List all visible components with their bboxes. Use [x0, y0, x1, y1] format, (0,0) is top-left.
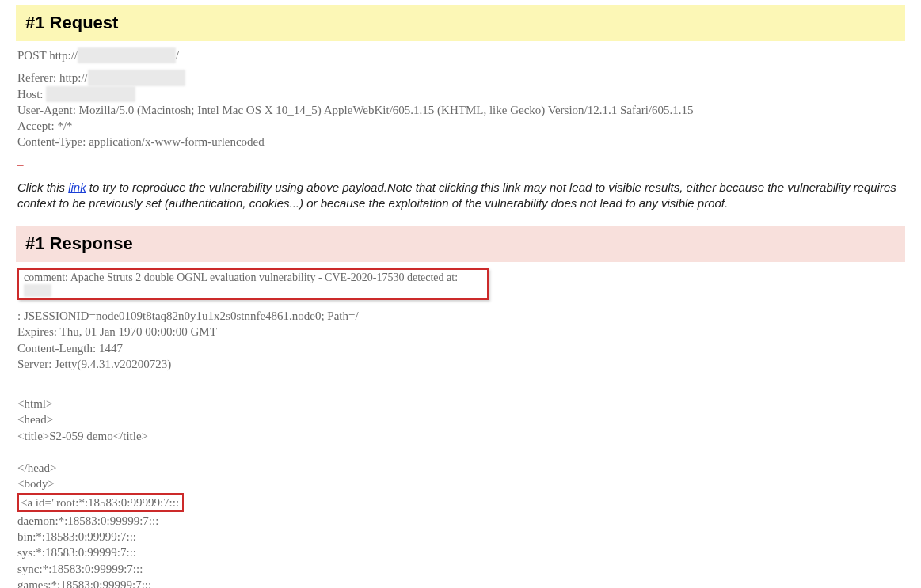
- redacted-detected-at: xxxxx: [24, 284, 51, 297]
- user-agent-line: User-Agent: Mozilla/5.0 (Macintosh; Inte…: [17, 102, 905, 118]
- host-prefix: Host:: [17, 88, 46, 101]
- body-line: sys:*:18583:0:99999:7:::: [17, 544, 905, 560]
- redacted-host: xxxx xxx xxxxxxx: [46, 86, 135, 102]
- response-title: #1 Response: [25, 233, 133, 253]
- referer-line: Referer: http://xxx xxxxx xx xxxxx: [17, 70, 905, 85]
- content-length-line: Content-Length: 1447: [17, 340, 905, 356]
- host-line: Host: xxxx xxx xxxxxxx: [17, 86, 905, 102]
- body-line: </head>: [17, 460, 905, 476]
- body-line: games:*:18583:0:99999:7:::: [17, 577, 905, 588]
- note-prefix: Click this: [17, 180, 68, 194]
- comment-prefix: comment: Apache Struts 2 double OGNL eva…: [24, 271, 458, 283]
- redacted-referer: xxx xxxxx xx xxxxx: [88, 70, 186, 85]
- vulnerability-comment-box: comment: Apache Struts 2 double OGNL eva…: [17, 268, 489, 300]
- body-line: <html>: [17, 396, 905, 412]
- reproduce-link[interactable]: link: [68, 180, 86, 194]
- dash-separator: –: [17, 158, 905, 172]
- request-headers-block: Referer: http://xxx xxxxx xx xxxxx Host:…: [17, 70, 905, 150]
- response-header: #1 Response: [16, 226, 905, 262]
- request-line-block: POST http://xxxx x xxxxx xxxxx/: [17, 47, 905, 63]
- reproduce-note: Click this link to try to reproduce the …: [17, 180, 905, 212]
- request-method-line: POST http://xxxx x xxxxx xxxxx/: [17, 47, 905, 63]
- body-line: <body>: [17, 476, 905, 491]
- redacted-url: xxxx x xxxxx xxxxx: [78, 47, 176, 63]
- highlighted-shadow-entry: <a id="root:*:18583:0:99999:7:::: [17, 493, 184, 512]
- note-suffix: to try to reproduce the vulnerability us…: [17, 180, 896, 210]
- request-method-prefix: POST http://: [17, 49, 78, 62]
- response-body-block: <html> <head> <title>S2-059 demo</title>…: [17, 396, 905, 588]
- body-highlight-line: <a id="root:*:18583:0:99999:7:::: [17, 492, 905, 513]
- request-method-suffix: /: [176, 49, 179, 62]
- request-title: #1 Request: [25, 13, 118, 32]
- body-line: sync:*:18583:0:99999:7:::: [17, 561, 905, 577]
- expires-line: Expires: Thu, 01 Jan 1970 00:00:00 GMT: [17, 324, 905, 340]
- referer-prefix: Referer: http://: [17, 71, 88, 84]
- body-line: <title>S2-059 demo</title>: [17, 428, 905, 444]
- request-header: #1 Request: [16, 5, 905, 41]
- server-line: Server: Jetty(9.4.31.v20200723): [17, 356, 905, 372]
- body-line: daemon:*:18583:0:99999:7:::: [17, 513, 905, 529]
- accept-line: Accept: */*: [17, 118, 905, 134]
- content-type-line: Content-Type: application/x-www-form-url…: [17, 134, 905, 150]
- response-headers-block: : JSESSIONID=node0109t8taq82n0y1u1x2s0st…: [17, 308, 905, 372]
- jsessionid-line: : JSESSIONID=node0109t8taq82n0y1u1x2s0st…: [17, 308, 905, 324]
- body-line: bin:*:18583:0:99999:7:::: [17, 529, 905, 544]
- body-line: <head>: [17, 412, 905, 427]
